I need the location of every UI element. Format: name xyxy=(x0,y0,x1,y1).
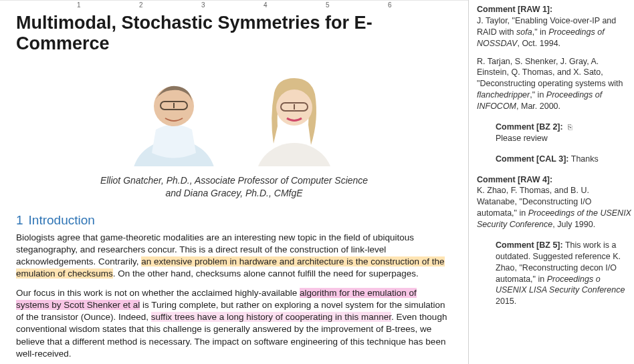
ruler-tick: 2 xyxy=(139,1,143,9)
comment-bz-5[interactable]: Comment [BZ 5]: This work is a outdated.… xyxy=(496,240,634,307)
comment-body: J. Taylor, "Enabling Voice-over-IP and R… xyxy=(477,15,631,49)
comment-label: Comment [RAW 1]: xyxy=(477,5,552,14)
ruler-tick: 1 xyxy=(77,1,81,9)
comments-pane[interactable]: Comment [RAW 1]: J. Taylor, "Enabling Vo… xyxy=(468,0,634,364)
reply-thread-icon[interactable]: ⎘ xyxy=(568,123,572,131)
comment-raw-1[interactable]: Comment [RAW 1]: J. Taylor, "Enabling Vo… xyxy=(477,4,634,112)
horizontal-ruler[interactable]: 1 2 3 4 5 6 xyxy=(0,0,468,1)
byline-line: and Diana Gracey, Ph.D., CMfgE xyxy=(16,187,452,200)
comment-body: Please review xyxy=(496,133,631,144)
comment-raw-4[interactable]: Comment [RAW 4]: K. Zhao, F. Thomas, and… xyxy=(477,174,634,230)
comment-label: Comment [CAL 3]: xyxy=(496,154,569,164)
document-pane: 1 2 3 4 5 6 Multimodal, Stochastic Symme… xyxy=(0,0,468,364)
byline-line: Elliot Gnatcher, Ph.D., Associate Profes… xyxy=(16,174,452,187)
paragraph[interactable]: Our focus in this work is not on whether… xyxy=(16,287,452,360)
author-byline[interactable]: Elliot Gnatcher, Ph.D., Associate Profes… xyxy=(16,174,452,200)
comment-bz-2[interactable]: Comment [BZ 2]: ⎘ Please review xyxy=(496,122,634,144)
paragraph[interactable]: Biologists agree that game-theoretic mod… xyxy=(16,232,452,281)
section-number: 1 xyxy=(16,213,23,227)
document-title[interactable]: Multimodal, Stochastic Symmetries for E-… xyxy=(16,13,452,54)
document-page[interactable]: Multimodal, Stochastic Symmetries for E-… xyxy=(0,1,468,364)
comment-label: Comment [RAW 4]: xyxy=(477,175,552,184)
ruler-tick: 6 xyxy=(388,1,392,9)
comment-body: K. Zhao, F. Thomas, and B. U. Watanabe, … xyxy=(477,185,631,230)
section-heading-introduction[interactable]: 1Introduction xyxy=(16,213,452,228)
ruler-tick: 3 xyxy=(201,1,205,9)
comment-cal-3[interactable]: Comment [CAL 3]: Thanks xyxy=(496,154,634,165)
author-photo-1 xyxy=(124,66,224,166)
comment-body: R. Tarjan, S. Shenker, J. Gray, A. Einst… xyxy=(477,56,631,112)
author-photo-2 xyxy=(244,66,344,166)
comment-label: Comment [BZ 5]: xyxy=(496,240,563,250)
commented-range[interactable]: suffix trees have a long history of coop… xyxy=(151,312,391,322)
section-title: Introduction xyxy=(29,213,95,227)
comment-body: Thanks xyxy=(569,154,599,164)
text-run: Our focus in this work is not on whether… xyxy=(16,288,300,298)
ruler-tick: 4 xyxy=(263,1,268,9)
text-run: . On the other hand, checksums alone can… xyxy=(113,268,419,279)
author-photos xyxy=(16,66,452,166)
comment-body: This work is a outdated. Suggested refer… xyxy=(496,240,625,306)
ruler-tick: 5 xyxy=(326,1,330,9)
comment-label: Comment [BZ 2]: xyxy=(496,122,563,132)
